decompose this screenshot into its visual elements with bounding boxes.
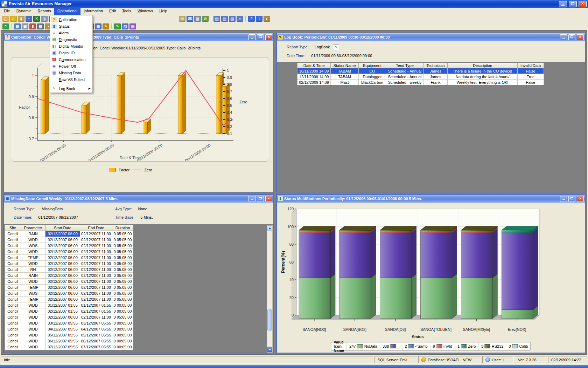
missing-data-titlebar[interactable]: ▦ MissingData: Concil Weekly: 01/12/2007… xyxy=(4,195,273,203)
column-header-parameter[interactable]: Parameter xyxy=(21,225,46,231)
menu-help[interactable]: Help xyxy=(156,8,170,15)
menu-operational[interactable]: Operational xyxy=(54,8,80,15)
preview-icon[interactable]: ◎ xyxy=(41,16,48,22)
tile-horizontal-icon[interactable]: ▤ xyxy=(221,16,228,22)
table-row[interactable]: 02/12/2009 14:09MastBlackCarbonScheduled… xyxy=(298,80,544,85)
column-header-tend-type[interactable]: Tend Type xyxy=(386,63,424,68)
menu-tools[interactable]: Tools xyxy=(119,8,134,15)
raw-edit-icon[interactable]: ▨ xyxy=(122,23,128,29)
table-row[interactable]: ConcilWDD02/12/2007 06:0002/12/2007 11:0… xyxy=(5,237,133,243)
table-row[interactable]: ConcilWDS02/12/2007 06:0002/12/2007 11:0… xyxy=(5,243,133,249)
help-icon[interactable]: ? xyxy=(248,16,255,22)
table-edit-icon[interactable]: ▦ xyxy=(14,23,21,29)
notebook-icon[interactable]: ▤ xyxy=(130,23,136,29)
refresh-icon[interactable]: ↻ xyxy=(2,23,9,29)
column-header-start-date[interactable]: Start Date xyxy=(46,225,80,231)
status-titlebar[interactable]: ▮ Status MultiStations Periodically: 01/… xyxy=(277,195,585,203)
menu-item-log-book[interactable]: ✎Log Book▶ xyxy=(50,85,92,92)
save-icon[interactable]: ▫ xyxy=(26,16,32,22)
scroll-thumb[interactable] xyxy=(267,309,272,330)
menu-edit[interactable]: Edit xyxy=(106,8,119,15)
tools-gear-icon[interactable]: ⊛ xyxy=(202,16,209,22)
menu-item-raw-vs-edited[interactable]: Raw VS Edited xyxy=(50,76,92,83)
table-row[interactable]: ConcilWDD02/12/2007 06:0002/12/2007 11:0… xyxy=(5,249,133,255)
logbook-minimize-button[interactable] xyxy=(560,34,567,40)
column-header-equipment[interactable]: Equipment xyxy=(359,63,386,68)
cascade-icon[interactable]: ▧ xyxy=(214,16,220,22)
logbook-maximize-button[interactable] xyxy=(568,34,575,40)
grid-icon[interactable]: ▦ xyxy=(37,23,44,29)
menu-item-calibration[interactable]: ?Calibration xyxy=(50,16,92,23)
open-icon[interactable]: ▢ xyxy=(2,16,9,22)
status-maximize-button[interactable] xyxy=(568,196,575,202)
chart-icon[interactable]: ▮ xyxy=(29,23,36,29)
menu-item-missing-data[interactable]: ▦Missing Data xyxy=(50,69,92,76)
table-row[interactable]: ConcilWDD07/12/2007 05:5507/12/2007 05:5… xyxy=(5,344,133,350)
main-titlebar[interactable]: Envista Air Resources Manager × xyxy=(0,0,588,8)
table-row[interactable]: ConcilWDD04/12/2007 05:5504/12/2007 05:5… xyxy=(5,326,133,332)
phone-icon[interactable]: ☎ xyxy=(187,16,193,22)
table-row[interactable]: ConcilRAIN02/12/2007 06:0002/12/2007 11:… xyxy=(5,273,133,279)
menu-item-status[interactable]: ▮Status xyxy=(50,23,92,29)
column-header-duration[interactable]: Duration xyxy=(112,225,133,231)
table-row[interactable]: ConcilWDS02/12/2007 06:0002/12/2007 11:0… xyxy=(5,291,133,297)
table-row[interactable]: ConcilTEMP02/12/2007 06:0002/12/2007 11:… xyxy=(5,285,133,291)
calibration-titlebar[interactable]: ? Calibration: Concil Weekly: 01/11/2009… xyxy=(4,33,273,41)
calibration-maximize-button[interactable] xyxy=(257,34,264,40)
menu-item-digital-monitor[interactable]: ◧Digital Monitor xyxy=(50,43,92,49)
column-header-stationname[interactable]: StationName xyxy=(331,63,359,68)
table-row[interactable]: ConcilWDD03/12/2007 05:5503/12/2007 05:5… xyxy=(5,320,133,326)
table-row[interactable]: ConcilWDD02/12/2007 06:0002/12/2007 11:0… xyxy=(5,314,133,320)
menu-windows[interactable]: Windows xyxy=(134,8,156,15)
signature-icon[interactable]: ✎ xyxy=(103,23,109,29)
status-minimize-button[interactable] xyxy=(560,196,567,202)
table-row[interactable]: ConcilRAIN02/12/2007 06:0002/12/2007 11:… xyxy=(5,231,133,237)
exit-icon[interactable]: ▸ xyxy=(264,16,270,22)
menu-item-communication[interactable]: ☎Communication xyxy=(50,56,92,63)
column-header-end-date[interactable]: End Date xyxy=(80,225,112,231)
column-header-description[interactable]: Description xyxy=(448,63,518,68)
menu-item-diagnostic[interactable]: ▤Diagnostic xyxy=(50,36,92,43)
table-row[interactable]: ConcilWDD05/12/2007 05:5505/12/2007 05:5… xyxy=(5,332,133,338)
menu-dynamic[interactable]: Dynamic xyxy=(13,8,35,15)
missing-table-scrollbar[interactable] xyxy=(267,225,273,353)
calibration-minimize-button[interactable] xyxy=(248,34,255,40)
table-row[interactable]: 12/11/2009 14:09TABAMDataloggerScheduled… xyxy=(298,74,544,80)
scroll-up-button[interactable] xyxy=(267,225,272,231)
table-row[interactable]: ConcilWDD06/12/2007 05:5506/12/2007 05:5… xyxy=(5,338,133,344)
status-close-button[interactable]: × xyxy=(577,196,584,202)
missing-close-button[interactable]: × xyxy=(265,196,272,202)
scroll-down-button[interactable] xyxy=(267,347,272,352)
missing-data-icon[interactable]: ▦ xyxy=(95,23,102,29)
table-row[interactable]: ConcilTEMP02/12/2007 06:0002/12/2007 11:… xyxy=(5,255,133,261)
table-row[interactable]: ConcilWDD01/12/2007 01:5501/12/2007 01:5… xyxy=(5,302,133,308)
mail-icon[interactable]: ✉ xyxy=(179,16,186,22)
missing-maximize-button[interactable] xyxy=(257,196,264,202)
menu-item-power-off[interactable]: ◉Power Off xyxy=(50,63,92,69)
close-button[interactable]: × xyxy=(579,1,587,7)
excel-icon[interactable]: X xyxy=(33,16,40,22)
column-header-technician[interactable]: Technician xyxy=(424,63,448,68)
maximize-button[interactable] xyxy=(569,1,577,7)
copy-icon[interactable]: ▣ xyxy=(22,23,28,29)
column-header-date-time[interactable]: Date & Time xyxy=(298,63,331,68)
logbook-close-button[interactable]: × xyxy=(577,34,584,40)
database-icon[interactable]: ▮ xyxy=(18,16,24,22)
menu-item-alerts[interactable]: ▲Alerts xyxy=(50,29,92,36)
calibration-close-button[interactable]: × xyxy=(265,34,272,40)
close-windows-icon[interactable]: × xyxy=(237,16,243,22)
table-row[interactable]: ConcilRH02/12/2007 06:0002/12/2007 11:00… xyxy=(5,267,133,273)
table-row[interactable]: ConcilWDD02/12/2007 06:0002/12/2007 11:0… xyxy=(5,261,133,267)
calculator-icon[interactable]: ▦ xyxy=(194,16,201,22)
minimize-button[interactable] xyxy=(559,1,567,7)
info-icon[interactable]: i xyxy=(256,16,262,22)
pencil-icon[interactable]: ✎ xyxy=(114,23,121,29)
tile-vertical-icon[interactable]: ▥ xyxy=(229,16,236,22)
key-icon[interactable]: ⌐ xyxy=(10,16,17,22)
table-row[interactable]: ConcilTEMP02/12/2007 06:0002/12/2007 11:… xyxy=(5,297,133,302)
column-header-site[interactable]: Site xyxy=(5,225,21,231)
table-row[interactable]: ConcilWDD02/12/2007 06:0002/12/2007 11:0… xyxy=(5,279,133,285)
logbook-titlebar[interactable]: ✎ Log Book: Periodically: 01/11/2009 00:… xyxy=(277,33,585,41)
menu-file[interactable]: File xyxy=(1,8,13,15)
table-row[interactable]: 10/11/2009 14:09TABAMCOScheduled - Annua… xyxy=(298,68,544,74)
